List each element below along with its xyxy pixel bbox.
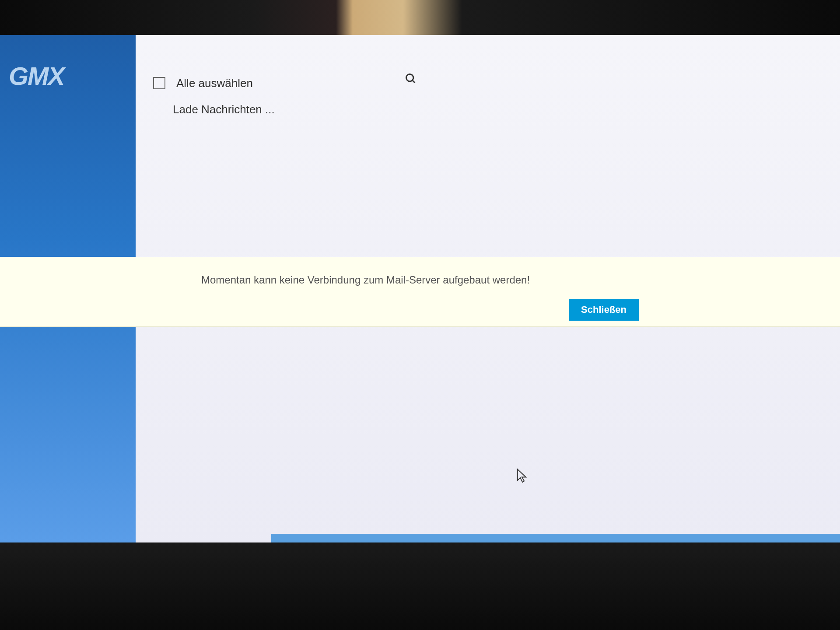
select-all-checkbox[interactable] — [153, 77, 165, 89]
monitor-bottom-bezel — [0, 542, 840, 630]
screen-area: GMX Alle auswählen Lade Nachrichten ... … — [0, 35, 840, 542]
close-button[interactable]: Schließen — [569, 299, 639, 321]
svg-line-1 — [413, 80, 415, 83]
monitor-top-bezel — [0, 0, 840, 35]
notification-message: Momentan kann keine Verbindung zum Mail-… — [201, 274, 530, 286]
svg-point-0 — [406, 74, 413, 81]
select-all-label: Alle auswählen — [176, 77, 253, 90]
toolbar: Alle auswählen — [153, 70, 822, 96]
loading-messages-text: Lade Nachrichten ... — [173, 103, 275, 116]
taskbar — [271, 534, 840, 542]
notification-bar: Momentan kann keine Verbindung zum Mail-… — [0, 257, 840, 327]
search-icon[interactable] — [405, 73, 417, 87]
gmx-logo: GMX — [9, 61, 64, 91]
